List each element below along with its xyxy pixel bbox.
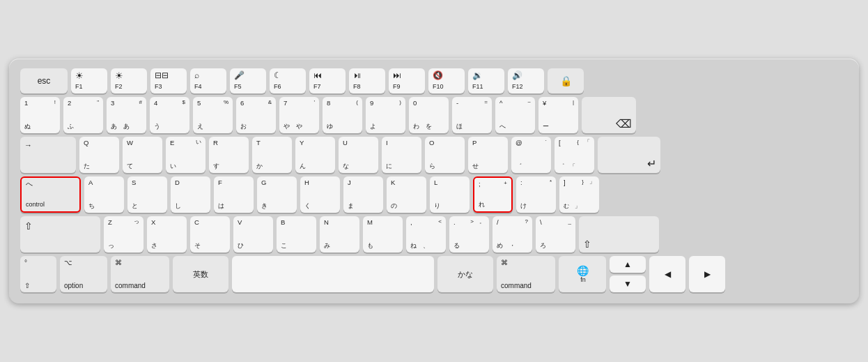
key-bracket-open[interactable]: [{ 「 ゜ 「 bbox=[555, 137, 594, 173]
key-caret[interactable]: ^~ へ bbox=[495, 97, 535, 133]
fn-row: esc ☀ F1 ☀ F2 ⊟⊟ F3 ⌕ F4 🎤 F5 ☾ F6 ⏮ F7 bbox=[20, 68, 848, 93]
key-slash[interactable]: /? め ・ bbox=[493, 216, 532, 252]
key-at[interactable]: @` ゛ bbox=[511, 137, 551, 173]
key-6[interactable]: 6& お bbox=[236, 97, 276, 133]
bottom-row: ° ⇧ ⌥ option ⌘ command 英数 かな ⌘ command 🌐… bbox=[20, 256, 848, 292]
key-arrow-down[interactable]: ▼ bbox=[610, 276, 646, 292]
key-f1[interactable]: ☀ F1 bbox=[71, 68, 107, 93]
key-f11[interactable]: 🔉 F11 bbox=[468, 68, 504, 93]
key-r[interactable]: R す bbox=[209, 137, 249, 173]
key-u[interactable]: U な bbox=[339, 137, 378, 173]
key-m[interactable]: M も bbox=[363, 216, 403, 252]
key-semicolon[interactable]: ;+ れ bbox=[473, 176, 513, 213]
key-enter[interactable]: ↵ bbox=[598, 137, 660, 173]
key-1[interactable]: 1! ぬ bbox=[20, 97, 60, 133]
key-kana[interactable]: かな bbox=[437, 256, 493, 292]
key-p[interactable]: P せ bbox=[468, 137, 508, 173]
key-bracket-close[interactable]: ]} 」 む 」 bbox=[559, 176, 599, 213]
key-f3[interactable]: ⊟⊟ F3 bbox=[150, 68, 187, 93]
key-f2[interactable]: ☀ F2 bbox=[111, 68, 147, 93]
asdf-row: へ control A ち S と D し F は G き H く J ま bbox=[20, 176, 848, 213]
key-delete[interactable]: ⌫ bbox=[582, 97, 636, 133]
key-n[interactable]: N み bbox=[320, 216, 359, 252]
key-option-l[interactable]: ⌥ option bbox=[60, 256, 107, 292]
key-arrow-right[interactable]: ▶ bbox=[689, 256, 725, 292]
key-q[interactable]: Q た bbox=[79, 137, 119, 173]
key-lock[interactable]: 🔒 bbox=[548, 68, 584, 93]
key-esc-label: esc bbox=[38, 76, 51, 86]
key-j[interactable]: J ま bbox=[343, 176, 383, 213]
key-2[interactable]: 2" ふ bbox=[63, 97, 103, 133]
key-e[interactable]: Eい い bbox=[166, 137, 206, 173]
key-o[interactable]: O ら bbox=[425, 137, 465, 173]
key-9[interactable]: 9) よ bbox=[366, 97, 405, 133]
key-rshift[interactable]: ⇧ bbox=[579, 216, 659, 252]
key-b[interactable]: B こ bbox=[277, 216, 316, 252]
key-arrow-left[interactable]: ◀ bbox=[649, 256, 685, 292]
key-f8[interactable]: ⏯ F8 bbox=[349, 68, 385, 93]
key-caps-control[interactable]: へ control bbox=[20, 176, 81, 213]
key-d[interactable]: D し bbox=[171, 176, 210, 213]
key-4[interactable]: 4$ う bbox=[150, 97, 189, 133]
key-backslash[interactable]: \_ ろ bbox=[536, 216, 575, 252]
key-c[interactable]: C そ bbox=[190, 216, 230, 252]
key-lshift[interactable]: ⇧ bbox=[20, 216, 100, 252]
key-f6[interactable]: ☾ F6 bbox=[270, 68, 306, 93]
key-yen[interactable]: ¥| ー bbox=[538, 97, 578, 133]
key-command-l[interactable]: ⌘ command bbox=[111, 256, 169, 292]
key-3[interactable]: 3# あ あ bbox=[107, 97, 146, 133]
key-fn-bottom[interactable]: ° ⇧ bbox=[20, 256, 56, 292]
key-tab[interactable]: → bbox=[20, 137, 76, 173]
qwerty-row: → Q た W て Eい い R す T か Y ん U な bbox=[20, 137, 848, 173]
key-f12[interactable]: 🔊 F12 bbox=[508, 68, 544, 93]
key-minus[interactable]: -= ほ bbox=[452, 97, 492, 133]
key-8[interactable]: 8( ゆ bbox=[323, 97, 362, 133]
key-i[interactable]: I に bbox=[382, 137, 421, 173]
key-g[interactable]: G き bbox=[257, 176, 297, 213]
key-a[interactable]: A ち bbox=[84, 176, 124, 213]
key-x[interactable]: X さ bbox=[147, 216, 187, 252]
key-globe[interactable]: 🌐 fn bbox=[559, 256, 606, 292]
key-f7[interactable]: ⏮ F7 bbox=[309, 68, 346, 93]
key-f4[interactable]: ⌕ F4 bbox=[190, 68, 226, 93]
key-v[interactable]: V ひ bbox=[233, 216, 273, 252]
key-0[interactable]: 0 わ を bbox=[409, 97, 449, 133]
key-arrow-up[interactable]: ▲ bbox=[610, 256, 646, 273]
key-t[interactable]: T か bbox=[252, 137, 292, 173]
key-s[interactable]: S と bbox=[127, 176, 167, 213]
key-5[interactable]: 5% え bbox=[193, 97, 233, 133]
key-l[interactable]: L り bbox=[430, 176, 470, 213]
key-period[interactable]: .> 。 る bbox=[449, 216, 489, 252]
arrow-keys-ud: ▲ ▼ bbox=[610, 256, 646, 292]
key-colon[interactable]: :* け bbox=[516, 176, 556, 213]
key-comma[interactable]: ,< ね 、 bbox=[406, 216, 446, 252]
key-z[interactable]: Zっ っ bbox=[104, 216, 144, 252]
key-f10[interactable]: 🔇 F10 bbox=[428, 68, 465, 93]
key-h[interactable]: H く bbox=[300, 176, 340, 213]
key-f5[interactable]: 🎤 F5 bbox=[230, 68, 266, 93]
keyboard: esc ☀ F1 ☀ F2 ⊟⊟ F3 ⌕ F4 🎤 F5 ☾ F6 ⏮ F7 bbox=[9, 59, 859, 303]
key-eisuu[interactable]: 英数 bbox=[173, 256, 228, 292]
key-space[interactable] bbox=[232, 256, 434, 292]
key-7[interactable]: 7' や や bbox=[279, 97, 319, 133]
key-command-r[interactable]: ⌘ command bbox=[497, 256, 555, 292]
key-f9[interactable]: ⏭ F9 bbox=[389, 68, 425, 93]
key-f[interactable]: F は bbox=[214, 176, 254, 213]
arrow-keys-lr: ◀ ▶ bbox=[649, 256, 725, 292]
key-y[interactable]: Y ん bbox=[295, 137, 335, 173]
key-esc[interactable]: esc bbox=[20, 68, 68, 93]
key-k[interactable]: K の bbox=[387, 176, 426, 213]
key-w[interactable]: W て bbox=[123, 137, 162, 173]
number-row: 1! ぬ 2" ふ 3# あ あ 4$ bbox=[20, 97, 848, 133]
zxcv-row: ⇧ Zっ っ X さ C そ V ひ B こ N み M も bbox=[20, 216, 848, 252]
